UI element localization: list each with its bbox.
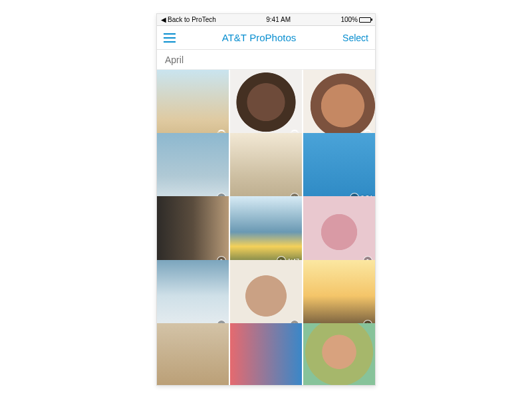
battery-icon: [359, 17, 371, 23]
photo-tile[interactable]: [303, 323, 375, 385]
app-title: AT&T ProPhotos: [222, 32, 296, 43]
photo-tile[interactable]: [157, 196, 229, 268]
photo-tile[interactable]: [230, 70, 302, 142]
photo-tile[interactable]: 0:34: [303, 133, 375, 205]
phone-frame: ◀ Back to ProTech 9:41 AM 100% AT&T ProP…: [156, 13, 376, 386]
photo-tile[interactable]: [303, 260, 375, 332]
photo-tile[interactable]: [303, 70, 375, 142]
title-strong: AT&T: [222, 32, 247, 43]
title-light: ProPhotos: [249, 32, 296, 43]
photo-grid[interactable]: 0:341:47: [157, 70, 375, 385]
photo-tile[interactable]: [230, 323, 302, 385]
clock: 9:41 AM: [266, 16, 291, 23]
menu-icon[interactable]: [164, 33, 176, 43]
chevron-left-icon: ◀: [161, 16, 166, 23]
photo-tile[interactable]: [303, 196, 375, 268]
nav-bar: AT&T ProPhotos Select: [157, 26, 375, 50]
photo-tile[interactable]: [157, 70, 229, 142]
section-label: April: [165, 55, 184, 65]
battery-pct: 100%: [340, 16, 358, 23]
select-button[interactable]: Select: [342, 33, 368, 43]
section-header: April: [157, 50, 375, 70]
photo-tile[interactable]: [157, 323, 229, 385]
back-to-app[interactable]: ◀ Back to ProTech: [161, 16, 216, 23]
status-bar: ◀ Back to ProTech 9:41 AM 100%: [157, 14, 375, 26]
photo-tile[interactable]: 1:47: [230, 196, 302, 268]
photo-tile[interactable]: [157, 133, 229, 205]
photo-tile[interactable]: [157, 260, 229, 332]
battery-indicator: 100%: [340, 16, 371, 23]
photo-tile[interactable]: [230, 133, 302, 205]
photo-tile[interactable]: [230, 260, 302, 332]
back-label: Back to ProTech: [168, 16, 216, 23]
